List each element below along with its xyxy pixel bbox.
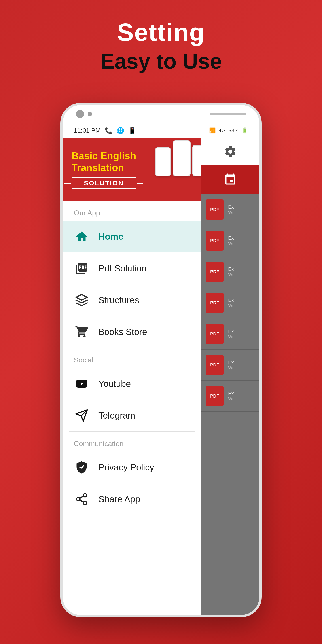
status-right: 📶 4G 53.4 🔋	[209, 128, 248, 134]
pdf-badge: PDF	[206, 230, 224, 251]
pdf-badge: PDF	[206, 293, 224, 313]
menu-label-pdf: Pdf Solution	[98, 264, 147, 274]
mini-phone-3	[192, 145, 201, 176]
header-section: Setting Easy to Use	[0, 18, 322, 74]
menu-item-privacy[interactable]: Privacy Policy	[62, 452, 201, 483]
signal-text: 4G	[218, 128, 226, 134]
pdf-list-item[interactable]: PDF ExWr	[201, 256, 260, 287]
globe-icon: 🌐	[116, 127, 124, 134]
menu-item-structures[interactable]: Structures	[62, 284, 201, 316]
menu-label-home: Home	[98, 232, 123, 242]
page-title: Setting	[0, 18, 322, 47]
call-icon: 📶	[209, 128, 216, 134]
banner-title-line1: Basic English Translation	[72, 150, 136, 174]
notch-bar	[210, 113, 246, 116]
settings-icon[interactable]	[222, 143, 239, 160]
pdf-list-item[interactable]: PDF ExWr	[201, 225, 260, 256]
home-icon	[74, 229, 90, 244]
phone-mockup: 11:01 PM 📞 🌐 📱 📶 4G 53.4 🔋 Basic English…	[60, 103, 262, 617]
menu-label-youtube: Youtube	[98, 379, 131, 389]
menu-item-youtube[interactable]: Youtube	[62, 368, 201, 400]
battery-icon: 🔋	[242, 128, 248, 134]
mini-phone-2	[173, 140, 190, 176]
cube-icon	[74, 292, 90, 308]
section-social-label: Social	[62, 348, 201, 368]
svg-point-2	[84, 501, 87, 505]
svg-point-0	[84, 494, 87, 497]
menu-label-telegram: Telegram	[98, 410, 135, 420]
pdf-icon	[74, 260, 90, 276]
banner-phones	[155, 140, 201, 176]
app-content: Basic English Translation SOLUTION Our A…	[62, 138, 260, 615]
menu-label-share: Share App	[98, 494, 140, 504]
pdf-list-item[interactable]: PDF ExWr	[201, 287, 260, 318]
page-subtitle: Easy to Use	[0, 49, 322, 74]
battery-text: 53.4	[228, 128, 239, 134]
telegram-icon	[74, 408, 90, 423]
app-banner: Basic English Translation SOLUTION	[62, 138, 201, 201]
pdf-badge: PDF	[206, 200, 224, 220]
camera-area	[76, 110, 92, 118]
status-bar: 11:01 PM 📞 🌐 📱 📶 4G 53.4 🔋	[62, 123, 260, 138]
pdf-badge: PDF	[206, 262, 224, 282]
phone-icon: 📞	[105, 127, 112, 134]
whatsapp-icon: 📱	[128, 127, 136, 134]
pdf-list: PDF ExWr PDF ExWr PDF ExWr PDF ExWr PDF	[201, 194, 260, 412]
drawer[interactable]: Basic English Translation SOLUTION Our A…	[62, 138, 201, 615]
pdf-list-item[interactable]: PDF ExWr	[201, 380, 260, 412]
pdf-list-item[interactable]: PDF ExWr	[201, 318, 260, 350]
right-top-bar	[201, 138, 260, 165]
shield-icon	[74, 460, 90, 475]
share-icon	[74, 491, 90, 507]
cart-icon	[74, 324, 90, 340]
pdf-list-item[interactable]: PDF ExWr	[201, 194, 260, 225]
banner-text: Basic English Translation SOLUTION	[72, 150, 136, 189]
menu-label-books: Books Store	[98, 327, 147, 337]
phone-top-bar	[62, 105, 260, 123]
section-communication-label: Communication	[62, 432, 201, 452]
mini-phone-1	[155, 147, 171, 176]
pdf-badge: PDF	[206, 386, 224, 406]
red-action-button[interactable]	[201, 165, 260, 194]
banner-solution: SOLUTION	[72, 177, 136, 189]
right-panel: PDF ExWr PDF ExWr PDF ExWr PDF ExWr PDF	[201, 138, 260, 615]
svg-line-4	[80, 496, 84, 498]
menu-item-share[interactable]: Share App	[62, 483, 201, 515]
menu-label-structures: Structures	[98, 295, 139, 305]
camera-circle	[76, 110, 84, 118]
speaker-dot	[88, 112, 92, 116]
pdf-badge: PDF	[206, 324, 224, 344]
svg-line-3	[80, 500, 84, 502]
menu-item-pdf[interactable]: Pdf Solution	[62, 252, 201, 284]
status-time: 11:01 PM	[74, 127, 100, 134]
pdf-list-item[interactable]: PDF ExWr	[201, 350, 260, 380]
section-our-app-label: Our App	[62, 201, 201, 221]
svg-point-1	[77, 498, 80, 501]
status-left: 11:01 PM 📞 🌐 📱	[74, 127, 136, 134]
menu-item-home[interactable]: Home	[62, 221, 201, 252]
youtube-icon	[74, 376, 90, 392]
pdf-badge: PDF	[206, 355, 224, 375]
menu-item-telegram[interactable]: Telegram	[62, 400, 201, 431]
menu-label-privacy: Privacy Policy	[98, 462, 154, 472]
menu-item-books[interactable]: Books Store	[62, 316, 201, 348]
